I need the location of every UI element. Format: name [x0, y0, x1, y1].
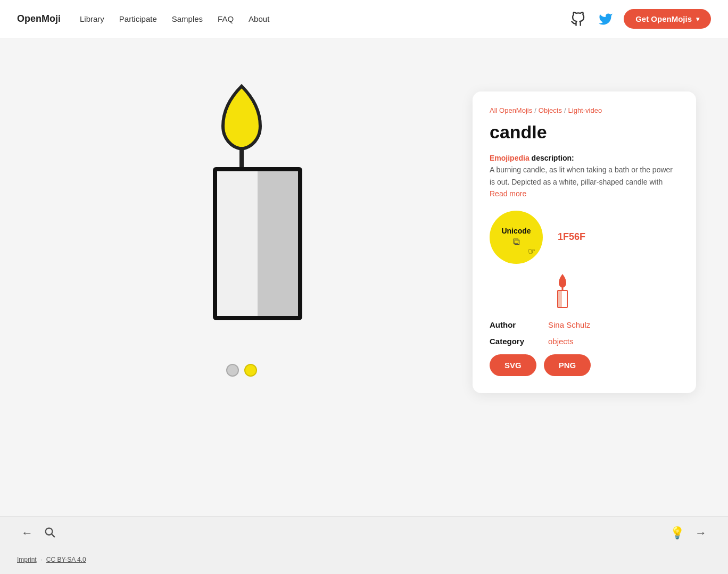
- author-row: Author Sina Schulz: [490, 320, 679, 329]
- nav-brand[interactable]: OpenMoji: [17, 13, 61, 24]
- footer-nav-left: ←: [17, 524, 55, 542]
- main-content: All OpenMojis / Objects / Light-video ca…: [0, 38, 728, 516]
- lightbulb-button[interactable]: 💡: [670, 526, 684, 540]
- svg-rect-6: [558, 291, 562, 307]
- unicode-value: 1F56F: [558, 231, 585, 243]
- read-more-link[interactable]: Read more: [490, 189, 526, 198]
- svg-rect-3: [258, 171, 298, 316]
- breadcrumb-sep2: /: [564, 106, 566, 114]
- footer-bottom: Imprint · CC BY-SA 4.0: [0, 550, 728, 574]
- license-link[interactable]: CC BY-SA 4.0: [46, 556, 86, 563]
- unicode-label: Unicode: [501, 227, 531, 235]
- svg-download-button[interactable]: SVG: [490, 354, 536, 376]
- chevron-down-icon: ▾: [696, 15, 699, 23]
- nav-library[interactable]: Library: [80, 14, 104, 23]
- unicode-badge[interactable]: Unicode ⧉ ☞: [490, 211, 543, 264]
- footer-nav: ← 💡 →: [0, 516, 728, 550]
- description-text: A burning candle, as lit when taking a b…: [490, 165, 673, 186]
- prev-arrow-button[interactable]: ←: [17, 524, 37, 542]
- github-button[interactable]: [568, 10, 588, 29]
- nav-about[interactable]: About: [249, 14, 269, 23]
- breadcrumb: All OpenMojis / Objects / Light-video: [490, 106, 679, 114]
- search-button[interactable]: [44, 526, 55, 540]
- twitter-button[interactable]: [596, 10, 615, 29]
- svg-rect-0: [239, 147, 244, 170]
- cursor-indicator: ☞: [528, 246, 535, 256]
- nav-samples[interactable]: Samples: [172, 14, 203, 23]
- dot-1[interactable]: [226, 364, 239, 377]
- footer-separator: ·: [40, 556, 42, 563]
- get-openmojis-button[interactable]: Get OpenMojis ▾: [624, 9, 711, 29]
- navbar: OpenMoji Library Participate Samples FAQ…: [0, 0, 728, 38]
- category-row: Category objects: [490, 337, 679, 346]
- svg-rect-2: [217, 171, 258, 316]
- nav-faq[interactable]: FAQ: [218, 14, 234, 23]
- author-value[interactable]: Sina Schulz: [548, 320, 590, 329]
- carousel-dots: [226, 364, 257, 377]
- nav-links: Library Participate Samples FAQ About: [80, 14, 269, 24]
- candle-image: [167, 70, 316, 347]
- emoji-description: Emojipedia description: A burning candle…: [490, 152, 679, 200]
- breadcrumb-sep1: /: [534, 106, 536, 114]
- next-arrow-button[interactable]: →: [691, 524, 711, 542]
- breadcrumb-objects[interactable]: Objects: [539, 106, 562, 114]
- breadcrumb-category[interactable]: Light-video: [568, 106, 602, 114]
- png-download-button[interactable]: PNG: [544, 354, 591, 376]
- author-label: Author: [490, 320, 548, 329]
- nav-participate[interactable]: Participate: [119, 14, 157, 23]
- emoji-display: [32, 60, 451, 377]
- emoji-preview: [490, 272, 679, 310]
- emojipedia-label: Emojipedia: [490, 154, 530, 162]
- copy-icon[interactable]: ⧉: [513, 236, 520, 247]
- nav-right: Get OpenMojis ▾: [568, 9, 711, 29]
- footer-nav-right: 💡 →: [670, 524, 711, 542]
- category-label: Category: [490, 337, 548, 346]
- dot-2[interactable]: [244, 364, 257, 377]
- emoji-title: candle: [490, 122, 679, 143]
- imprint-link[interactable]: Imprint: [17, 556, 37, 563]
- breadcrumb-all[interactable]: All OpenMojis: [490, 106, 532, 114]
- details-card: All OpenMojis / Objects / Light-video ca…: [473, 91, 696, 393]
- category-value[interactable]: objects: [548, 337, 574, 346]
- download-buttons: SVG PNG: [490, 354, 679, 376]
- unicode-row: Unicode ⧉ ☞ 1F56F: [490, 211, 679, 264]
- svg-line-8: [52, 534, 54, 537]
